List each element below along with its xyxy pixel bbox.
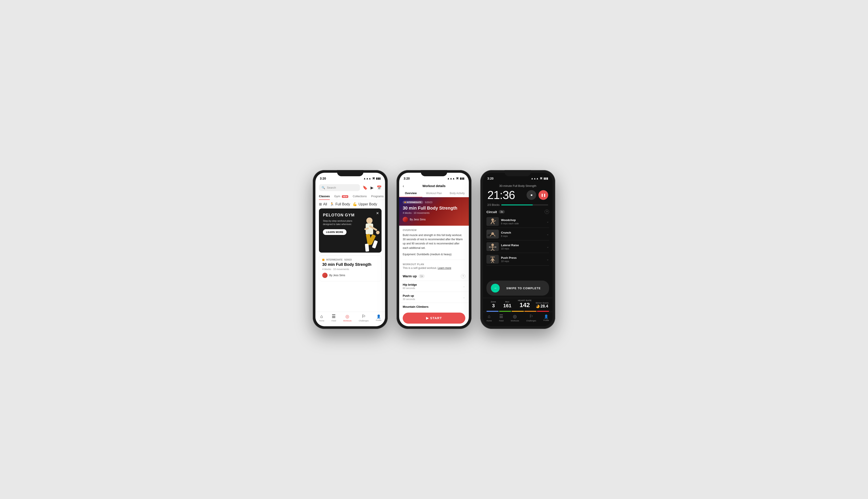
p3-nav-feed[interactable]: ☰ Feed bbox=[499, 314, 504, 322]
nav-profile[interactable]: 👤 Profile bbox=[376, 314, 381, 321]
search-input[interactable]: 🔍 Search bbox=[319, 184, 360, 191]
hero-title: 30 min Full Body Strength bbox=[403, 206, 465, 211]
card-title: 30 min Full Body Strength bbox=[322, 262, 378, 267]
bookmark-icon[interactable]: 🔖 bbox=[363, 185, 367, 190]
exercise-name-press: Push Press bbox=[501, 256, 544, 259]
stop-button[interactable]: ■ bbox=[527, 190, 536, 200]
circuit-label: Circuit bbox=[487, 210, 497, 214]
level-dot bbox=[404, 202, 406, 203]
swipe-button[interactable]: → bbox=[491, 284, 500, 293]
blocks-progress: 2/3 Blocks bbox=[483, 203, 553, 207]
progress-fill bbox=[501, 205, 532, 205]
exercise-info-1: Hip bridge 60 seconds bbox=[403, 283, 417, 290]
exercise-chevron-woodchop: ⌄ bbox=[546, 220, 549, 223]
tab-classes[interactable]: Classes bbox=[319, 193, 330, 200]
exercise-row-lateral[interactable]: Lateral Raise 10 reps ⌄ bbox=[487, 241, 549, 253]
tab-workout-plan[interactable]: Workout Plan bbox=[422, 190, 445, 197]
p3-nav-home[interactable]: ⌂ Home bbox=[487, 314, 492, 322]
filters: ⊞ All 🏃 Full Body 💪 Upper Body bbox=[315, 200, 385, 208]
time-2: 3:20 bbox=[404, 177, 410, 180]
exercise-info-press: Push Press 10 reps bbox=[501, 256, 544, 263]
gym-new-badge: NEW bbox=[342, 195, 348, 198]
tab-gym[interactable]: Gym NEW bbox=[334, 193, 348, 200]
challenges-icon: ⚐ bbox=[362, 314, 366, 319]
swipe-area[interactable]: → SWIPE TO COMPLETE bbox=[487, 281, 549, 296]
filter-fullbody[interactable]: 🏃 Full Body bbox=[330, 202, 350, 206]
workout-card[interactable]: INTERMEDIATE 5/20/23 30 min Full Body St… bbox=[319, 255, 381, 281]
p3-workouts-icon: ◎ bbox=[513, 314, 517, 319]
exercise-row-woodchop[interactable]: Woodchop 8 reps each side ⌄ bbox=[487, 215, 549, 228]
workout-details-header: ‹ Workout details bbox=[399, 182, 469, 190]
gym-banner-desc: Step-by-step workout plans designed to t… bbox=[323, 219, 358, 226]
zone-label: Zone bbox=[487, 301, 500, 303]
instructor-row: By Jess Sims bbox=[322, 273, 378, 278]
calendar-icon[interactable]: 📅 bbox=[377, 185, 381, 190]
p3-nav-challenges[interactable]: ⚐ Challenges bbox=[526, 314, 536, 322]
p3-nav-workouts[interactable]: ◎ Workouts bbox=[511, 314, 519, 322]
tab-collections[interactable]: Collections bbox=[353, 193, 367, 200]
card-level: INTERMEDIATE bbox=[326, 258, 342, 261]
exercise-name-1: Hip bridge bbox=[403, 283, 417, 286]
heart-rate-value: 142 bbox=[514, 302, 535, 309]
heart-rate-metric: HEART RATE 142 bbox=[514, 299, 535, 309]
metrics-row: Zone 3 Max 161 HEART RATE 142 Strive Sco… bbox=[483, 298, 553, 310]
exercise-row-crunch[interactable]: Crunch 8 reps ⌄ bbox=[487, 228, 549, 241]
strive-score-label: Strive Score bbox=[535, 302, 549, 304]
nav-workouts[interactable]: ◎ Workouts bbox=[343, 314, 352, 322]
tab-body-activity[interactable]: Body Activity bbox=[446, 190, 469, 197]
nav-home[interactable]: ⌂ Home bbox=[319, 314, 324, 322]
start-button[interactable]: ▶ START bbox=[403, 313, 465, 324]
search-placeholder: Search bbox=[327, 186, 336, 189]
svg-point-21 bbox=[491, 244, 494, 246]
strive-score-value: 28.4 bbox=[535, 304, 549, 309]
workouts-icon: ◎ bbox=[345, 314, 349, 319]
nav-feed[interactable]: ☰ Feed bbox=[331, 314, 336, 322]
hero-instructor: By Jess Sims bbox=[403, 217, 465, 222]
phone2: 3:20 ▲▲▲ ⌘ ▮▮▮ ‹ Workout details Overvie… bbox=[397, 170, 471, 329]
home-icon: ⌂ bbox=[320, 314, 323, 319]
max-value: 161 bbox=[500, 303, 514, 309]
zone-metric: Zone 3 bbox=[487, 301, 500, 309]
phone1-screen: 3:20 ▲▲▲ ⌘ ▮▮▮ 🔍 Search 🔖 ▶ 📅 bbox=[315, 173, 385, 326]
svg-point-26 bbox=[489, 246, 490, 248]
learn-more-button[interactable]: LEARN MORE bbox=[323, 229, 347, 235]
back-button[interactable]: ‹ bbox=[403, 184, 404, 188]
zone-value: 3 bbox=[487, 303, 500, 309]
equipment-text: Equipment: Dumbbells (medium & heavy) bbox=[403, 252, 465, 257]
play-icon[interactable]: ▶ bbox=[370, 185, 374, 190]
exercise-chevron-2: ⌄ bbox=[463, 295, 465, 299]
exercise-pushup[interactable]: Push up 30 seconds ⌄ bbox=[399, 292, 469, 303]
upperbody-icon: 💪 bbox=[353, 202, 357, 206]
nav-challenges[interactable]: ⚐ Challenges bbox=[359, 314, 369, 322]
filter-upperbody[interactable]: 💪 Upper Body bbox=[353, 202, 377, 206]
circuit-help-icon[interactable]: ? bbox=[545, 209, 549, 214]
exercise-chevron-lateral: ⌄ bbox=[546, 245, 549, 248]
pause-button[interactable]: ❚❚ bbox=[539, 190, 548, 200]
heart-rate-label: HEART RATE bbox=[514, 299, 535, 302]
tab-programs[interactable]: Programs bbox=[371, 193, 383, 200]
close-banner-icon[interactable]: ✕ bbox=[376, 211, 379, 215]
nav-home-label: Home bbox=[319, 320, 324, 322]
warmup-help-icon[interactable]: ? bbox=[461, 274, 465, 278]
detail-tabs: Overview Workout Plan Body Activity bbox=[399, 190, 469, 197]
exercise-detail-crunch: 8 reps bbox=[501, 235, 544, 238]
exercise-detail-press: 10 reps bbox=[501, 260, 544, 263]
exercise-mountain-climbers[interactable]: Mountain Climbers bbox=[399, 303, 469, 311]
progress-bar bbox=[501, 205, 548, 205]
p3-nav-profile[interactable]: 👤 Profile bbox=[543, 314, 549, 321]
nav-workouts-label: Workouts bbox=[343, 320, 352, 322]
nav-challenges-label: Challenges bbox=[359, 320, 369, 322]
exercise-detail-woodchop: 8 reps each side bbox=[501, 222, 544, 225]
tab-overview[interactable]: Overview bbox=[399, 190, 422, 197]
wifi-icon-2: ⌘ bbox=[456, 177, 459, 180]
exercise-row-press[interactable]: Push Press 10 reps ⌄ bbox=[487, 253, 549, 266]
notch1 bbox=[337, 170, 364, 176]
exercise-hip-bridge[interactable]: Hip bridge 60 seconds ⌄ bbox=[399, 281, 469, 292]
zone-bar bbox=[483, 310, 553, 312]
learn-more-link[interactable]: Learn more bbox=[438, 267, 451, 270]
instructor-name: By Jess Sims bbox=[329, 274, 345, 277]
p3-profile-icon: 👤 bbox=[544, 314, 549, 318]
filter-all[interactable]: ⊞ All bbox=[319, 202, 327, 206]
phones-container: 3:20 ▲▲▲ ⌘ ▮▮▮ 🔍 Search 🔖 ▶ 📅 bbox=[313, 170, 555, 329]
search-bar: 🔍 Search 🔖 ▶ 📅 bbox=[315, 182, 385, 193]
